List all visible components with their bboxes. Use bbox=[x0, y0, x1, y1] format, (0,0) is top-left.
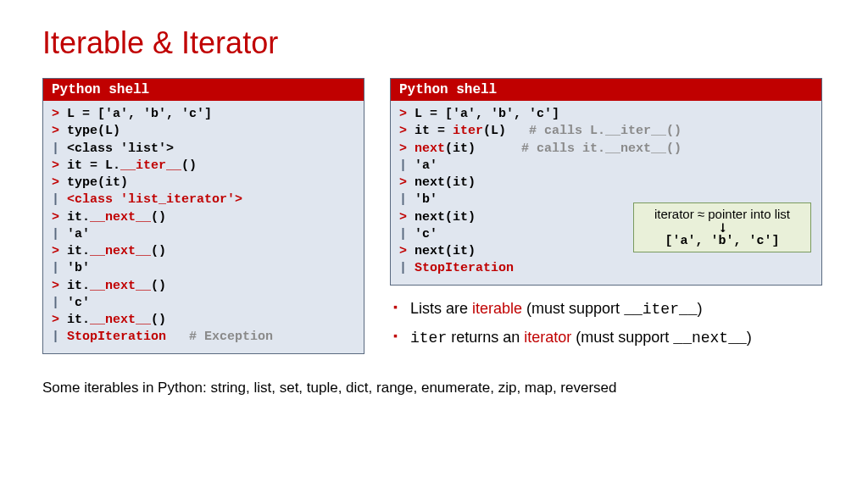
bullet-item: iter returns an iterator (must support _… bbox=[390, 328, 822, 348]
text-segment: __iter__ bbox=[624, 301, 697, 318]
code-line: > it.__next__() bbox=[52, 312, 355, 329]
text-segment: ) bbox=[747, 329, 752, 346]
code-line: > next(it) bbox=[399, 175, 813, 191]
code-line: > it.__next__() bbox=[52, 278, 355, 295]
code-segment: 'a' bbox=[407, 158, 437, 173]
code-segment: iter bbox=[453, 124, 483, 138]
code-segment: __iter__ bbox=[120, 158, 181, 173]
prompt-icon: > bbox=[399, 124, 407, 138]
code-segment: () bbox=[151, 279, 166, 293]
output-bar-icon: | bbox=[52, 141, 59, 156]
code-segment: 'c' bbox=[407, 227, 437, 241]
code-line: > type(it) bbox=[52, 175, 355, 191]
code-line: > it = iter(L) # calls L.__iter__() bbox=[399, 123, 813, 140]
code-segment bbox=[59, 330, 67, 344]
code-segment: # Exception bbox=[166, 330, 273, 344]
code-segment: () bbox=[151, 244, 166, 258]
code-line: > it.__next__() bbox=[52, 243, 355, 260]
code-segment: <class 'list_iterator'> bbox=[67, 192, 242, 207]
code-segment: it. bbox=[59, 313, 90, 327]
code-line: | <class 'list'> bbox=[52, 141, 355, 158]
prompt-icon: > bbox=[399, 175, 407, 190]
code-line: | 'a' bbox=[52, 226, 355, 243]
code-line: | 'a' bbox=[399, 158, 813, 175]
output-bar-icon: | bbox=[399, 261, 407, 275]
code-segment: type(L) bbox=[59, 124, 120, 138]
text-segment: (must support bbox=[522, 300, 624, 317]
prompt-icon: > bbox=[52, 279, 59, 293]
code-segment: it. bbox=[59, 244, 90, 258]
code-line: | StopIteration # Exception bbox=[52, 329, 355, 346]
code-segment: 'c' bbox=[59, 296, 90, 310]
code-line: | 'b' bbox=[52, 260, 355, 277]
footer-text: Some iterables in Python: string, list, … bbox=[42, 380, 826, 396]
prompt-icon: > bbox=[399, 210, 407, 225]
code-line: | <class 'list_iterator'> bbox=[52, 191, 355, 208]
text-segment: (must support bbox=[571, 329, 673, 346]
prompt-icon: > bbox=[52, 158, 59, 173]
code-segment: it. bbox=[59, 279, 90, 293]
prompt-icon: > bbox=[52, 313, 59, 327]
code-segment: L = ['a', 'b', 'c'] bbox=[59, 107, 212, 121]
code-segment: next(it) bbox=[407, 210, 476, 225]
code-line: > L = ['a', 'b', 'c'] bbox=[399, 106, 813, 123]
code-segment: StopIteration bbox=[67, 330, 166, 344]
code-segment: __next__ bbox=[90, 279, 151, 293]
prompt-icon: > bbox=[399, 141, 407, 156]
text-segment: iter bbox=[410, 330, 447, 347]
code-line: > type(L) bbox=[52, 123, 355, 140]
code-segment: () bbox=[151, 313, 166, 327]
code-segment: StopIteration bbox=[415, 261, 514, 275]
bullet-list: Lists are iterable (must support __iter_… bbox=[390, 299, 822, 349]
output-bar-icon: | bbox=[52, 330, 59, 344]
text-segment: iterable bbox=[472, 300, 522, 317]
prompt-icon: > bbox=[399, 107, 407, 121]
output-bar-icon: | bbox=[52, 227, 59, 241]
code-segment: 'b' bbox=[59, 261, 90, 275]
shell-header-left: Python shell bbox=[43, 79, 364, 101]
left-shell: Python shell > L = ['a', 'b', 'c']> type… bbox=[42, 78, 364, 354]
prompt-icon: > bbox=[52, 210, 59, 225]
prompt-icon: > bbox=[52, 175, 59, 190]
text-segment: returns an bbox=[447, 329, 524, 346]
prompt-icon: > bbox=[52, 124, 59, 138]
slide-title: Iterable & Iterator bbox=[42, 25, 826, 61]
code-segment bbox=[407, 141, 415, 156]
code-line: > it.__next__() bbox=[52, 209, 355, 226]
right-shell: Python shell > L = ['a', 'b', 'c']> it =… bbox=[390, 78, 822, 286]
text-segment: __next__ bbox=[673, 330, 746, 347]
output-bar-icon: | bbox=[399, 192, 407, 207]
text-segment: iterator bbox=[524, 329, 571, 346]
code-segment: type(it) bbox=[59, 175, 128, 190]
code-segment: it = L. bbox=[59, 158, 120, 173]
output-bar-icon: | bbox=[52, 296, 59, 310]
code-segment: (L) bbox=[483, 124, 529, 138]
code-segment: # calls L.__iter__() bbox=[529, 124, 682, 138]
code-segment: # calls it.__next__() bbox=[521, 141, 682, 156]
code-segment: __next__ bbox=[90, 210, 151, 225]
note-caption: iterator ≈ pointer into list bbox=[639, 207, 805, 223]
output-bar-icon: | bbox=[52, 192, 59, 207]
code-line: | StopIteration bbox=[399, 260, 813, 277]
code-line: | 'c' bbox=[52, 295, 355, 312]
code-segment: L = ['a', 'b', 'c'] bbox=[407, 107, 559, 121]
code-segment: () bbox=[151, 210, 166, 225]
code-segment: <class 'list'> bbox=[59, 141, 174, 156]
code-segment: next bbox=[415, 141, 445, 156]
content-columns: Python shell > L = ['a', 'b', 'c']> type… bbox=[42, 78, 826, 368]
prompt-icon: > bbox=[399, 244, 407, 258]
code-segment: () bbox=[181, 158, 197, 173]
iterator-note: iterator ≈ pointer into list 🠗 ['a', 'b'… bbox=[633, 202, 811, 252]
text-segment: ) bbox=[698, 300, 703, 317]
code-segment: 'b' bbox=[407, 192, 437, 207]
shell-header-right: Python shell bbox=[391, 79, 821, 101]
prompt-icon: > bbox=[52, 107, 59, 121]
output-bar-icon: | bbox=[399, 227, 407, 241]
shell-body-right: > L = ['a', 'b', 'c']> it = iter(L) # ca… bbox=[391, 101, 821, 285]
code-line: > L = ['a', 'b', 'c'] bbox=[52, 106, 355, 123]
down-arrow-icon: 🠗 bbox=[639, 223, 805, 234]
code-segment bbox=[59, 192, 67, 207]
code-segment: it = bbox=[407, 124, 453, 138]
output-bar-icon: | bbox=[399, 158, 407, 173]
code-segment: __next__ bbox=[90, 313, 151, 327]
